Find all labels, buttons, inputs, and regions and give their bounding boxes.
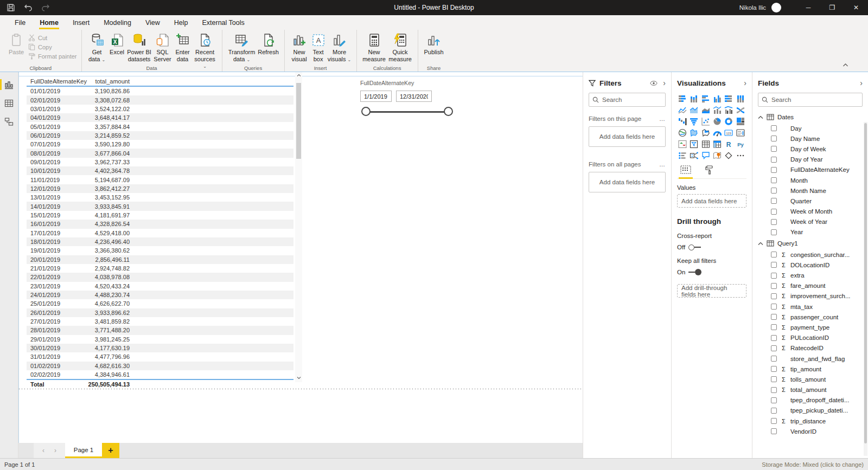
visual-python-visual-icon[interactable]: Py	[735, 139, 746, 149]
quick-measure-button[interactable]: Quick measure	[387, 31, 413, 62]
field-item[interactable]: Σimprovement_surch...	[758, 291, 863, 301]
date-range-slider[interactable]	[360, 106, 456, 118]
undo-icon[interactable]	[24, 3, 33, 12]
table-row[interactable]: 22/01/20194,038,978.08	[27, 273, 293, 281]
field-item[interactable]: ΣDay Name	[758, 133, 863, 144]
eye-icon[interactable]	[650, 80, 658, 86]
field-checkbox[interactable]	[771, 283, 777, 289]
new-measure-button[interactable]: New measure	[361, 31, 387, 62]
recent-sources-button[interactable]: Recent sources ⌄	[193, 31, 218, 70]
field-checkbox[interactable]	[771, 293, 777, 299]
visual-funnel-chart-icon[interactable]	[688, 117, 699, 126]
table-visual[interactable]: FullDateAlternateKey total_amount 01/01/…	[27, 76, 293, 389]
scrollbar-thumb[interactable]	[864, 123, 867, 443]
field-item[interactable]: Σmta_tax	[758, 301, 863, 312]
scroll-up-icon[interactable]	[297, 72, 301, 79]
table-row[interactable]: 08/01/20193,677,866.04	[27, 149, 293, 157]
field-checkbox[interactable]	[771, 428, 777, 434]
cross-report-toggle[interactable]: Off	[677, 244, 746, 250]
data-view-button[interactable]	[0, 95, 18, 111]
field-checkbox[interactable]	[771, 397, 777, 403]
account-name[interactable]: Nikola Ilic	[739, 4, 766, 11]
field-item[interactable]: ΣDay of Week	[758, 144, 863, 154]
visual-multi-row-card-icon[interactable]	[735, 128, 746, 137]
collapse-pane-icon[interactable]: ›	[663, 79, 666, 87]
redo-icon[interactable]	[41, 3, 50, 12]
refresh-button[interactable]: Refresh	[257, 31, 280, 56]
fields-scrollbar[interactable]	[864, 122, 867, 456]
table-row[interactable]: 25/01/20194,626,622.70	[27, 299, 293, 308]
text-box-button[interactable]: A Text box	[310, 31, 327, 62]
table-row[interactable]: 13/01/20193,453,152.95	[27, 193, 293, 202]
field-item[interactable]: Σpassenger_count	[758, 312, 863, 322]
filters-search[interactable]	[589, 93, 666, 107]
page-tab[interactable]: Page 1	[65, 443, 102, 458]
visual-q-and-a-icon[interactable]	[700, 151, 711, 160]
transform-data-button[interactable]: Transform data ⌄	[227, 31, 257, 63]
publish-button[interactable]: Publish	[423, 31, 445, 56]
field-checkbox[interactable]	[771, 418, 777, 424]
table-row[interactable]: 18/01/20194,236,496.40	[27, 237, 293, 246]
table-row[interactable]: 01/01/20193,190,826.86	[27, 87, 293, 95]
field-checkbox[interactable]	[771, 252, 777, 257]
more-visuals-button[interactable]: More visuals ⌄	[327, 31, 352, 63]
visual-decomposition-tree-icon[interactable]	[677, 151, 688, 160]
visual-key-influencers-icon[interactable]	[688, 151, 699, 160]
field-checkbox[interactable]	[771, 209, 777, 215]
fields-tab[interactable]	[680, 165, 691, 176]
visual-shape-map-icon[interactable]	[700, 128, 711, 137]
field-checkbox[interactable]	[771, 136, 777, 141]
visual-waterfall-chart-icon[interactable]	[677, 117, 688, 126]
table-row[interactable]: 31/01/20194,477,796.96	[27, 352, 293, 361]
field-item[interactable]: ΣDOLocationID	[758, 260, 863, 270]
avatar[interactable]	[771, 3, 781, 12]
table-row[interactable]: 23/01/20194,520,433.24	[27, 282, 293, 291]
visual-r-script-visual-icon[interactable]: R	[723, 139, 734, 149]
format-tab[interactable]	[705, 165, 713, 176]
visual-ribbon-chart-icon[interactable]	[735, 105, 746, 114]
field-item[interactable]: Σstore_and_fwd_flag	[758, 353, 863, 364]
enter-data-button[interactable]: Enter data	[173, 31, 193, 62]
more-options-icon[interactable]: …	[659, 161, 666, 168]
table-row[interactable]: 12/01/20193,862,412.27	[27, 184, 293, 193]
field-item[interactable]: ΣFullDateAlternateKey	[758, 165, 863, 175]
fields-search[interactable]	[758, 93, 863, 107]
visual-area-chart-icon[interactable]	[688, 105, 699, 114]
drill-through-drop-zone[interactable]: Add drill-through fields here	[677, 284, 746, 298]
chevron-up-icon[interactable]	[758, 115, 763, 119]
field-checkbox[interactable]	[771, 356, 777, 362]
field-item[interactable]: ΣQuarter	[758, 196, 863, 206]
field-item[interactable]: Σfare_amount	[758, 281, 863, 291]
field-checkbox[interactable]	[771, 324, 777, 330]
visual-treemap-icon[interactable]	[735, 117, 746, 126]
visual-map-icon[interactable]	[677, 128, 688, 137]
menu-modeling[interactable]: Modeling	[97, 15, 138, 30]
visual-clustered-bar-chart-icon[interactable]	[700, 94, 711, 103]
table-row[interactable]: 09/01/20193,962,737.33	[27, 158, 293, 166]
collapse-pane-icon[interactable]: ›	[744, 79, 746, 87]
toggle-off-icon[interactable]	[688, 244, 701, 250]
field-checkbox[interactable]	[771, 198, 777, 204]
field-item[interactable]: Σtrip_distance	[758, 416, 863, 426]
table-row[interactable]: 06/01/20193,214,859.52	[27, 131, 293, 140]
visual-line-chart-icon[interactable]	[677, 105, 688, 114]
field-item[interactable]: Σtip_amount	[758, 364, 863, 374]
report-view-button[interactable]	[0, 76, 18, 93]
table-row[interactable]: 24/01/20194,488,230.74	[27, 291, 293, 299]
field-item[interactable]: Σtpep_dropoff_dateti...	[758, 395, 863, 405]
table-row[interactable]: 21/01/20192,924,748.82	[27, 264, 293, 273]
table-row[interactable]: 04/01/20193,648,414.17	[27, 113, 293, 122]
collapse-pane-icon[interactable]: ›	[860, 79, 863, 87]
table-row[interactable]: 19/01/20193,366,380.62	[27, 246, 293, 255]
table-row[interactable]: 05/01/20193,357,884.84	[27, 122, 293, 131]
model-view-button[interactable]	[0, 113, 18, 130]
table-row[interactable]: 02/01/20193,308,072.68	[27, 95, 293, 104]
minimize-button[interactable]: ─	[796, 0, 820, 15]
visual-matrix-icon[interactable]	[712, 139, 723, 149]
field-checkbox[interactable]	[771, 335, 777, 341]
collapse-ribbon-button[interactable]	[843, 63, 848, 67]
table-row[interactable]: 16/01/20194,328,826.54	[27, 220, 293, 228]
field-item[interactable]: ΣYear	[758, 227, 863, 237]
slider-track[interactable]	[366, 111, 449, 113]
table-row[interactable]: 28/01/20193,771,488.20	[27, 326, 293, 334]
